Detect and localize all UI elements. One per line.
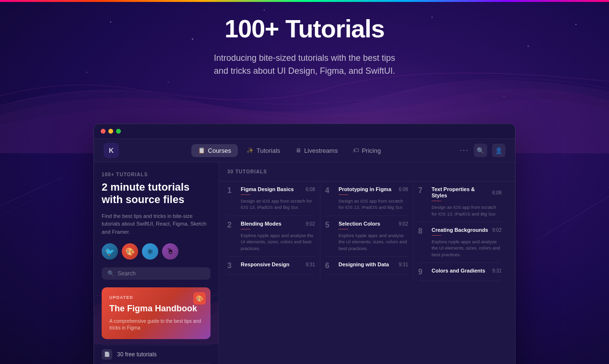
browser-dot-close[interactable] (101, 129, 105, 134)
tutorial-info: Text Properties & Styles 6:08 Design an … (432, 186, 502, 217)
list-item[interactable]: 9 Colors and Gradients 9:31 (418, 263, 502, 281)
nav-tabs: 📋 Courses ✨ Tutorials 🖥 Livestreams 🏷 Pr… (191, 144, 388, 157)
sidebar-card-badge: 🎨 (193, 292, 206, 305)
deco-lines-left (0, 168, 96, 263)
tutorial-duration: 9:02 (306, 221, 315, 227)
list-item[interactable]: 2 Blending Modes 9:02 Explore Apple apps… (227, 216, 315, 257)
tutorial-number: 5 (325, 221, 334, 229)
tutorial-info: Blending Modes 9:02 Explore Apple apps a… (241, 221, 315, 251)
sidebar-hero-text: 2 minute tutorials with source files (102, 181, 211, 206)
tutorial-duration: 9:31 (306, 262, 315, 267)
tutorial-number: 3 (227, 262, 236, 270)
rainbow-bar (0, 0, 609, 2)
tutorial-underline (241, 194, 250, 195)
tutorial-underline (241, 229, 250, 229)
list-item[interactable]: 4 Prototyping in Figma 6:08 Design an iO… (325, 182, 408, 216)
tutorial-title: Colors and Gradients (432, 268, 485, 274)
tutorial-title: Responsive Design (241, 262, 289, 268)
svg-line-0 (0, 177, 62, 206)
livestreams-icon: 🖥 (295, 147, 301, 154)
list-item[interactable]: 8 Creating Backgrounds 9:02 Explore Appl… (418, 222, 502, 263)
tutorial-info: Creating Backgrounds 9:02 Explore Apple … (432, 227, 502, 258)
tutorials-link-icon: 📄 (102, 349, 112, 360)
svg-line-5 (556, 206, 609, 235)
list-item[interactable]: 1 Figma Design Basics 6:08 Design an iOS… (227, 182, 315, 216)
tech-icon-react[interactable]: ⚛ (142, 243, 158, 260)
tutorial-title: Blending Modes (241, 221, 281, 227)
tech-icon-swift[interactable]: 🐦 (102, 243, 118, 260)
search-icon: 🔍 (477, 147, 484, 154)
sidebar-card-title: The Figma Handbook (109, 304, 203, 314)
tutorials-column-2: 4 Prototyping in Figma 6:08 Design an iO… (320, 182, 413, 281)
tech-icons: 🐦 🎨 ⚛ 🖱 (102, 243, 211, 260)
tutorial-number: 8 (418, 228, 427, 235)
nav-tab-livestreams[interactable]: 🖥 Livestreams (289, 144, 344, 157)
tutorial-duration: 9:31 (399, 262, 408, 267)
tutorials-list: 1 Figma Design Basics 6:08 Design an iOS… (219, 182, 515, 281)
svg-line-2 (0, 172, 53, 196)
user-icon: 👤 (495, 147, 503, 154)
tech-icon-framer[interactable]: 🖱 (162, 243, 178, 260)
browser-window: K 📋 Courses ✨ Tutorials 🖥 Livestreams 🏷 … (94, 124, 515, 364)
hero-title: 100+ Tutorials (0, 14, 609, 43)
tutorial-info: Colors and Gradients 9:31 (432, 268, 502, 276)
tutorial-desc: Explore Apple apps and analyse the UI el… (241, 232, 315, 251)
courses-icon: 📋 (198, 147, 205, 154)
nav-tab-courses[interactable]: 📋 Courses (191, 144, 238, 157)
tutorial-info: Figma Design Basics 6:08 Design an iOS a… (241, 186, 315, 211)
browser-content: 30 TUTORIALS 1 Figma Design Basics (219, 162, 515, 364)
tutorials-grid: 1 Figma Design Basics 6:08 Design an iOS… (227, 182, 506, 281)
hero-section: 100+ Tutorials Introducing bite-sized tu… (0, 14, 609, 78)
tutorial-title: Selection Colors (339, 221, 380, 227)
tutorial-title: Text Properties & Styles (432, 186, 491, 199)
browser-sidebar: 100+ TUTORIALS 2 minute tutorials with s… (94, 162, 219, 364)
content-header: 30 TUTORIALS (219, 162, 515, 182)
browser-dot-minimize[interactable] (108, 129, 113, 134)
tutorial-desc: Explore Apple apps and analyse the UI el… (339, 232, 408, 251)
browser-dot-maximize[interactable] (116, 129, 121, 134)
tutorial-title: Designing with Data (339, 262, 389, 268)
nav-search-button[interactable]: 🔍 (474, 144, 487, 157)
list-item[interactable]: 7 Text Properties & Styles 6:08 Design a… (418, 182, 502, 222)
sidebar-link-tutorials[interactable]: 📄 30 free tutorials (102, 345, 211, 364)
tutorial-duration: 9:31 (492, 268, 502, 273)
tutorial-info: Designing with Data 9:31 (339, 262, 408, 270)
tutorial-info: Responsive Design 9:31 (241, 262, 315, 270)
tutorial-info: Selection Colors 9:02 Explore Apple apps… (339, 221, 408, 251)
sidebar-search-icon: 🔍 (107, 270, 115, 277)
nav-user-button[interactable]: 👤 (492, 144, 505, 157)
tutorials-column-1: 1 Figma Design Basics 6:08 Design an iOS… (227, 182, 320, 281)
tutorial-desc: Design an iOS app from scratch for iOS 1… (241, 198, 315, 211)
tutorial-title: Figma Design Basics (241, 186, 294, 193)
content-label: 30 TUTORIALS (227, 169, 506, 174)
hero-subtitle: Introducing bite-sized tutorials with th… (0, 52, 609, 78)
sidebar-label: 100+ TUTORIALS (102, 172, 211, 177)
browser-body: 100+ TUTORIALS 2 minute tutorials with s… (94, 162, 515, 364)
svg-line-3 (537, 196, 609, 239)
sidebar-card-desc: A comprehensive guide to the best tips a… (109, 318, 203, 331)
nav-more-button[interactable]: ··· (460, 146, 469, 155)
tutorial-duration: 9:02 (399, 221, 408, 227)
tech-icon-figma[interactable]: 🎨 (122, 243, 138, 260)
list-item[interactable]: 6 Designing with Data 9:31 (325, 257, 408, 275)
nav-tab-pricing[interactable]: 🏷 Pricing (346, 144, 387, 157)
tutorial-number: 7 (418, 187, 427, 194)
svg-line-4 (547, 187, 609, 249)
sidebar-card[interactable]: UPDATED 🎨 The Figma Handbook A comprehen… (102, 287, 211, 339)
nav-tab-tutorials[interactable]: ✨ Tutorials (240, 144, 287, 157)
tutorial-duration: 6:08 (492, 190, 502, 195)
tutorial-underline (432, 201, 441, 201)
tutorial-desc: Explore Apple apps and analyse the UI el… (432, 239, 502, 258)
tutorial-desc: Design an iOS app from scratch for iOS 1… (432, 204, 502, 217)
tutorial-number: 1 (227, 187, 236, 194)
deco-lines-right (513, 168, 609, 263)
list-item[interactable]: 3 Responsive Design 9:31 (227, 257, 315, 275)
pricing-icon: 🏷 (353, 147, 359, 154)
sidebar-desc: Find the best tips and tricks in bite-si… (102, 212, 211, 236)
list-item[interactable]: 5 Selection Colors 9:02 Explore Apple ap… (325, 216, 408, 257)
tutorials-icon: ✨ (246, 147, 254, 154)
tutorial-duration: 6:08 (306, 187, 315, 192)
browser-titlebar (94, 124, 515, 139)
sidebar-search[interactable]: 🔍 Search (102, 267, 211, 280)
tutorial-number: 4 (325, 187, 334, 194)
